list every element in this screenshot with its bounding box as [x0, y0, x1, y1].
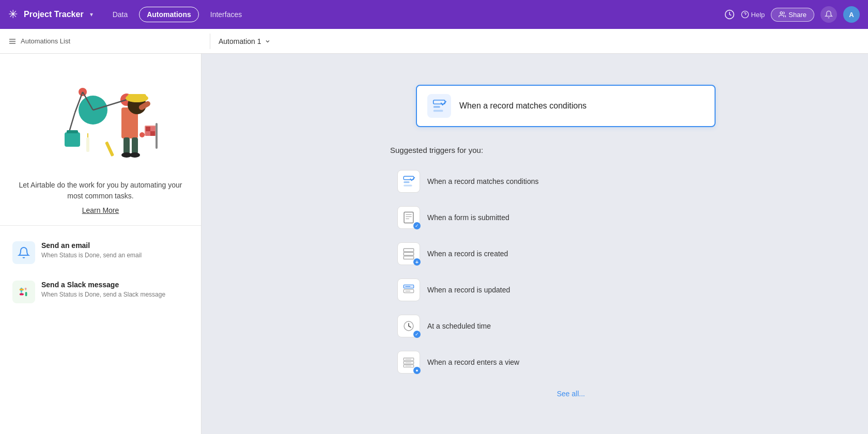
sub-nav: Automations List Automation 1 — [0, 29, 868, 54]
enters-view-badge: ● — [413, 367, 421, 374]
trigger-item-label-0: When a record matches conditions — [427, 177, 539, 185]
email-automation-desc: When Status is Done, send an email — [41, 251, 189, 260]
form-badge: ✓ — [413, 222, 421, 229]
svg-rect-41 — [20, 293, 24, 296]
email-automation-icon — [12, 241, 35, 264]
trigger-item-form-submitted[interactable]: ✓ When a form is submitted — [390, 201, 752, 234]
svg-rect-42 — [25, 288, 27, 290]
app-dropdown-icon[interactable]: ▾ — [90, 11, 93, 18]
user-avatar[interactable]: A — [843, 6, 860, 23]
trigger-selected-icon — [427, 94, 451, 118]
record-created-icon: + — [397, 242, 420, 265]
trigger-item-record-enters-view[interactable]: ● When a record enters a view — [390, 346, 752, 379]
email-automation-title: Send an email — [41, 241, 189, 250]
trigger-item-label-3: When a record is updated — [427, 286, 510, 294]
svg-rect-26 — [156, 123, 158, 149]
scheduled-badge: ✓ — [413, 331, 421, 338]
svg-rect-48 — [404, 185, 412, 187]
trigger-item-record-created[interactable]: + When a record is created — [390, 237, 752, 270]
svg-rect-47 — [404, 181, 409, 183]
see-all[interactable]: See all... — [390, 389, 752, 398]
automation-title[interactable]: Automation 1 — [210, 37, 279, 45]
automations-list-label: Automations List — [21, 37, 70, 45]
svg-rect-49 — [404, 212, 413, 223]
record-updated-icon — [397, 278, 420, 301]
svg-rect-27 — [146, 127, 150, 131]
chevron-down-icon — [265, 38, 271, 44]
trigger-item-label-5: When a record enters a view — [427, 358, 519, 366]
help-label: Help — [751, 11, 765, 19]
automation-item-email[interactable]: Send an email When Status is Done, send … — [4, 234, 197, 271]
svg-rect-54 — [404, 253, 414, 256]
svg-rect-45 — [433, 110, 443, 112]
sidebar-learn-more[interactable]: Learn More — [0, 206, 201, 225]
main-content: TRIGGER When a record matches conditions — [202, 54, 868, 434]
app-logo: ✳ — [8, 8, 18, 21]
trigger-selected-text: When a record matches conditions — [459, 101, 586, 111]
main-layout: Let Airtable do the work for you by auto… — [0, 54, 868, 434]
svg-rect-29 — [146, 131, 150, 136]
sidebar-illustration — [0, 54, 201, 180]
email-automation-info: Send an email When Status is Done, send … — [41, 241, 189, 260]
trigger-item-label-4: At a scheduled time — [427, 322, 491, 330]
trigger-item-record-matches[interactable]: When a record matches conditions — [390, 165, 752, 198]
trigger-item-record-updated[interactable]: When a record is updated — [390, 273, 752, 306]
svg-rect-53 — [404, 249, 414, 252]
history-button[interactable] — [724, 9, 735, 20]
trigger-item-label-2: When a record is created — [427, 250, 508, 258]
slack-automation-desc: When Status is Done, send a Slack messag… — [41, 290, 189, 299]
top-nav: ✳ Project Tracker ▾ Data Automations Int… — [0, 0, 868, 29]
sidebar: Let Airtable do the work for you by auto… — [0, 54, 202, 434]
automations-list-nav[interactable]: Automations List — [8, 37, 210, 45]
svg-rect-19 — [123, 137, 130, 154]
svg-rect-55 — [404, 256, 414, 259]
trigger-section: TRIGGER When a record matches conditions — [354, 85, 716, 127]
record-matches-icon — [397, 170, 420, 193]
svg-rect-28 — [150, 127, 155, 131]
menu-icon — [8, 37, 17, 45]
trigger-row: TRIGGER When a record matches conditions — [354, 85, 716, 127]
nav-right: Help Share A — [724, 6, 860, 23]
slack-automation-icon — [12, 281, 35, 303]
svg-point-3 — [780, 12, 783, 14]
form-submitted-icon: ✓ — [397, 206, 420, 229]
svg-rect-37 — [25, 292, 27, 296]
svg-rect-44 — [433, 106, 440, 108]
share-label: Share — [788, 11, 807, 19]
suggested-section: Suggested triggers for you: When a recor… — [390, 146, 752, 398]
trigger-item-label-1: When a form is submitted — [427, 213, 509, 222]
svg-line-62 — [409, 326, 411, 327]
trigger-list: When a record matches conditions ✓ When … — [390, 165, 752, 379]
svg-rect-23 — [65, 132, 80, 147]
record-created-badge: + — [413, 258, 421, 266]
svg-rect-33 — [105, 141, 114, 157]
svg-rect-39 — [20, 289, 24, 291]
nav-data[interactable]: Data — [105, 7, 135, 22]
automation-item-slack[interactable]: Send a Slack message When Status is Done… — [4, 273, 197, 311]
svg-rect-30 — [150, 131, 155, 136]
svg-rect-46 — [404, 176, 414, 180]
scheduled-time-icon: ✓ — [397, 315, 420, 337]
slack-automation-info: Send a Slack message When Status is Done… — [41, 281, 189, 299]
svg-rect-17 — [128, 94, 146, 99]
help-button[interactable]: Help — [741, 10, 765, 19]
trigger-item-scheduled-time[interactable]: ✓ At a scheduled time — [390, 309, 752, 343]
svg-point-22 — [130, 152, 140, 158]
svg-point-34 — [140, 132, 145, 137]
suggested-title: Suggested triggers for you: — [390, 146, 752, 154]
sidebar-divider — [0, 225, 201, 226]
see-all-link[interactable]: See all... — [557, 390, 585, 398]
record-enters-view-icon: ● — [397, 351, 420, 374]
nav-automations[interactable]: Automations — [139, 7, 199, 22]
slack-automation-title: Send a Slack message — [41, 281, 189, 289]
trigger-selected-card[interactable]: When a record matches conditions — [416, 85, 716, 127]
notification-button[interactable] — [820, 6, 837, 23]
app-name: Project Tracker — [24, 10, 84, 19]
svg-rect-43 — [433, 100, 445, 104]
svg-rect-24 — [67, 130, 78, 133]
sidebar-tagline: Let Airtable do the work for you by auto… — [0, 180, 201, 206]
share-button[interactable]: Share — [771, 8, 814, 22]
nav-interfaces[interactable]: Interfaces — [203, 7, 249, 22]
svg-rect-31 — [86, 137, 89, 152]
svg-rect-20 — [132, 137, 138, 154]
